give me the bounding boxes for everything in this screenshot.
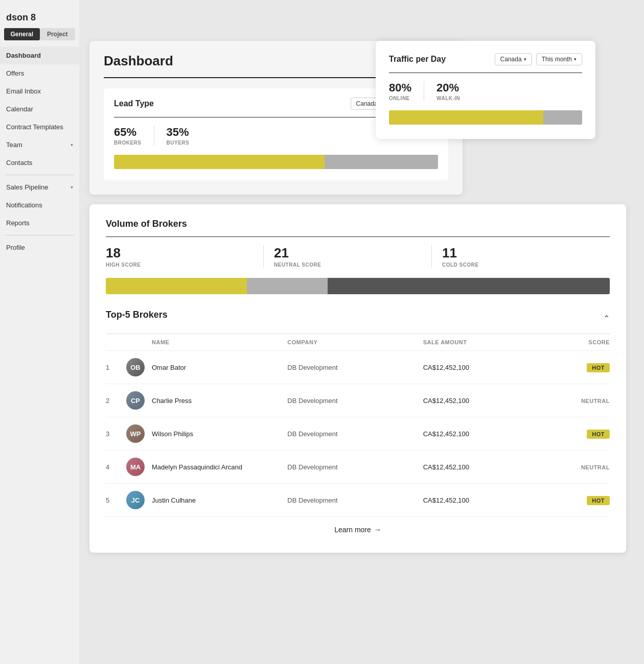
table-row: 4 MA Madelyn Passaquindici Arcand DB Dev… [106,450,610,484]
traffic-country-filter[interactable]: Canada ▾ [495,53,532,65]
row-avatar-4: MA [126,458,152,476]
stat-brokers: 65% BROKERS [114,126,154,146]
row-avatar-2: CP [126,391,152,410]
badge-neutral-4: NEUTRAL [581,463,610,472]
vol-neutral-value: 21 [274,245,421,261]
traffic-stats: 80% ONLINE 20% WALK-IN [389,81,582,101]
sidebar-item-sales-pipeline[interactable]: Sales Pipeline ▾ [0,178,79,196]
app-name: dson 8 [0,5,79,28]
badge-neutral-2: NEUTRAL [581,396,610,406]
sidebar-item-team[interactable]: Team ▾ [0,136,79,154]
progress-yellow-segment [114,155,325,169]
volume-dark-segment [328,278,610,294]
row-rank-5: 5 [106,496,126,504]
sidebar-item-contacts[interactable]: Contacts [0,154,79,172]
row-avatar-5: JC [126,491,152,509]
table-row: 3 WP Wilson Philips DB Development CA$12… [106,417,610,450]
row-company-3: DB Development [287,430,423,438]
vol-stat-neutral: 21 NEUTRAL SCORE [274,245,432,268]
traffic-card: Traffic per Day Canada ▾ This month ▾ 80… [376,41,595,139]
traffic-gray-segment [543,110,582,125]
collapse-button[interactable]: ⌃ [603,314,610,323]
row-company-4: DB Development [287,463,423,471]
row-company-5: DB Development [287,496,423,504]
stat-walkin: 20% WALK-IN [436,81,472,101]
volume-gray-segment [247,278,328,294]
row-company-1: DB Development [287,364,423,371]
traffic-title: Traffic per Day [389,55,446,64]
sidebar-item-calendar[interactable]: Calendar [0,100,79,118]
stat-online: 80% ONLINE [389,81,424,101]
arrow-right-icon: → [374,526,381,534]
row-rank-2: 2 [106,397,126,405]
row-avatar-3: WP [126,424,152,443]
vol-high-label: HIGH SCORE [106,262,253,268]
row-score-3: HOT [559,429,610,439]
stat-buyers-label: BUYERS [167,140,190,146]
volume-title: Volume of Brokers [106,219,610,229]
sidebar-divider-1 [5,175,74,175]
row-rank-4: 4 [106,463,126,471]
row-rank-3: 3 [106,430,126,438]
learn-more-link[interactable]: Learn more → [334,526,381,534]
top-brokers-section: Top-5 Brokers ⌃ NAME COMPANY SALE AMOUNT… [106,310,610,536]
traffic-filters: Canada ▾ This month ▾ [495,53,582,65]
vol-high-value: 18 [106,245,253,261]
stat-buyers: 35% BUYERS [167,126,202,146]
chevron-down-icon-5: ▾ [524,57,526,62]
badge-hot-3: HOT [587,430,610,439]
lead-type-progress-bar [114,155,438,169]
row-company-2: DB Development [287,397,423,405]
stat-walkin-value: 20% [436,81,460,94]
row-sale-2: CA$12,452,100 [423,397,559,405]
stat-brokers-label: BROKERS [114,140,142,146]
traffic-divider [389,73,582,73]
volume-yellow-segment [106,278,247,294]
avatar-justin: JC [126,491,145,509]
row-sale-1: CA$12,452,100 [423,364,559,371]
volume-divider [106,236,610,237]
lead-type-title: Lead Type [114,99,154,108]
col-num [106,339,126,345]
sidebar-item-offers[interactable]: Offers [0,64,79,82]
vol-stat-high: 18 HIGH SCORE [106,245,264,268]
avatar-wilson: WP [126,424,145,443]
col-sale: SALE AMOUNT [423,339,559,345]
row-sale-4: CA$12,452,100 [423,463,559,471]
sidebar-item-notifications[interactable]: Notifications [0,196,79,214]
tab-project[interactable]: Project [40,28,76,40]
tab-general[interactable]: General [4,28,40,40]
traffic-period-filter[interactable]: This month ▾ [536,53,582,65]
badge-hot-1: HOT [587,363,610,372]
progress-gray-segment [325,155,438,169]
col-score: SCORE [559,339,610,345]
top-brokers-title: Top-5 Brokers [106,310,168,320]
traffic-progress-bar [389,110,582,125]
badge-hot-5: HOT [587,496,610,505]
stat-online-label: ONLINE [389,96,411,101]
row-sale-3: CA$12,452,100 [423,430,559,438]
sidebar-tabs: General Project [4,28,75,40]
table-column-headers: NAME COMPANY SALE AMOUNT SCORE [106,334,610,351]
sidebar-item-dashboard[interactable]: Dashboard [0,46,79,64]
row-score-4: NEUTRAL [559,462,610,472]
vol-stat-cold: 11 COLD SCORE [442,245,600,268]
avatar-madelyn: MA [126,458,145,476]
sidebar-item-profile[interactable]: Profile [0,239,79,256]
vol-cold-label: COLD SCORE [442,262,589,268]
avatar-charlie: CP [126,391,145,410]
sidebar-item-contract-templates[interactable]: Contract Templates [0,118,79,136]
table-row: 2 CP Charlie Press DB Development CA$12,… [106,384,610,417]
vol-cold-value: 11 [442,245,589,261]
avatar-omar: OB [126,358,145,376]
row-name-5: Justin Culhane [152,496,287,504]
stat-brokers-value: 65% [114,126,142,139]
sidebar-item-email-inbox[interactable]: Email Inbox [0,82,79,100]
row-score-5: HOT [559,495,610,505]
row-name-3: Wilson Philips [152,430,287,438]
row-score-1: HOT [559,363,610,372]
sidebar-item-reports[interactable]: Reports [0,214,79,232]
sidebar: dson 8 General Project Dashboard Offers … [0,0,79,664]
volume-progress-bar [106,278,610,294]
volume-stats: 18 HIGH SCORE 21 NEUTRAL SCORE 11 COLD S… [106,245,610,268]
